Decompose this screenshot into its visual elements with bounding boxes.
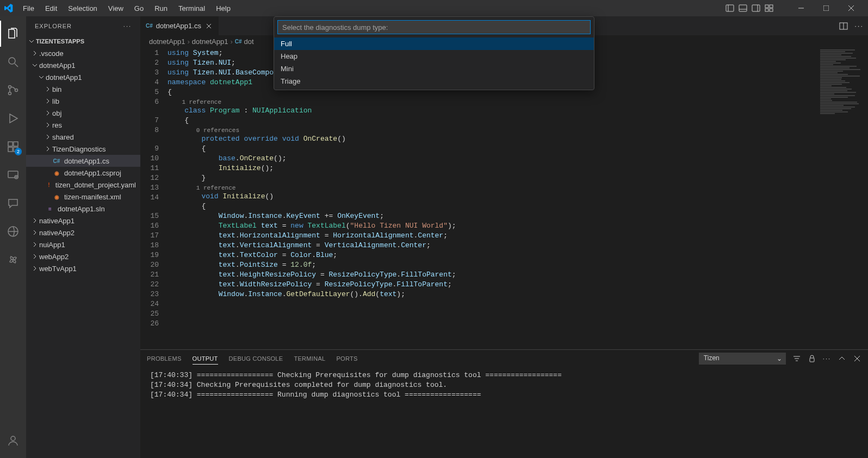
remote-activity[interactable] (0, 162, 26, 188)
quick-input-field[interactable] (277, 20, 591, 34)
search-activity[interactable] (0, 49, 26, 75)
activity-bar: 2 (0, 16, 26, 458)
svg-rect-2 (739, 5, 747, 11)
folder-item[interactable]: nativeApp1 (26, 215, 140, 227)
tree-label: nativeApp2 (39, 229, 75, 237)
svg-rect-11 (823, 5, 829, 11)
folder-item[interactable]: shared (26, 131, 140, 143)
svg-rect-7 (770, 5, 773, 8)
close-panel-icon[interactable] (853, 354, 861, 363)
source-control-activity[interactable] (0, 77, 26, 103)
svg-rect-6 (765, 5, 768, 8)
tizen-chat-activity[interactable] (0, 190, 26, 216)
output-channel-select[interactable]: Tizen ⌄ (699, 353, 786, 365)
extensions-activity[interactable]: 2 (0, 134, 26, 160)
svg-rect-19 (8, 142, 13, 146)
section-label: TIZENTESTAPPS (36, 38, 84, 45)
panel-tab-debug-console[interactable]: DEBUG CONSOLE (229, 353, 283, 364)
folder-item[interactable]: lib (26, 95, 140, 107)
panel-right-icon[interactable] (752, 4, 760, 12)
file-type-icon: C# (52, 156, 61, 165)
sidebar-header: EXPLORER ··· (26, 16, 140, 35)
folder-item[interactable]: TizenDiagnostics (26, 143, 140, 155)
folder-item[interactable]: nativeApp2 (26, 227, 140, 239)
code-editor[interactable]: using System;using Tizen.NUI;using Tizen… (168, 47, 814, 349)
minimize-button[interactable] (789, 0, 814, 16)
folder-item[interactable]: webApp2 (26, 250, 140, 262)
file-item[interactable]: ◉dotnetApp1.csproj (26, 167, 140, 179)
tree-label: bin (52, 85, 61, 93)
output-body[interactable]: [17:40:33] ================== Checking P… (140, 367, 868, 458)
tab-dotnetapp1[interactable]: C# dotnetApp1.cs (140, 16, 219, 35)
folder-item[interactable]: webTvApp1 (26, 262, 140, 274)
quick-option-heap[interactable]: Heap (274, 50, 594, 62)
breadcrumb-item[interactable]: dotnetApp1 (192, 37, 228, 46)
file-item[interactable]: C#dotnetApp1.cs (26, 155, 140, 167)
panel-more-icon[interactable]: ··· (823, 355, 831, 362)
close-button[interactable] (839, 0, 864, 16)
menu-file[interactable]: File (18, 2, 39, 15)
folder-item[interactable]: .vscode (26, 47, 140, 59)
tab-close-icon[interactable] (204, 22, 213, 30)
quick-option-triage[interactable]: Triage (274, 75, 594, 87)
file-item[interactable]: ≡dotnetApp1.sln (26, 203, 140, 215)
menu-bar: FileEditSelectionViewGoRunTerminalHelp (18, 2, 235, 15)
quick-option-mini[interactable]: Mini (274, 62, 594, 75)
svg-rect-35 (810, 358, 814, 362)
chevron-right-icon (32, 217, 38, 224)
file-item[interactable]: !tizen_dotnet_project.yaml (26, 179, 140, 191)
chevron-right-icon (32, 265, 38, 272)
breadcrumb-item[interactable]: dot (244, 37, 254, 46)
maximize-panel-icon[interactable] (838, 354, 846, 363)
svg-point-16 (9, 86, 11, 89)
folder-item[interactable]: dotnetApp1 (26, 71, 140, 83)
svg-rect-9 (770, 9, 773, 11)
menu-go[interactable]: Go (130, 2, 148, 15)
tizen-fan-activity[interactable] (0, 247, 26, 273)
panel-tab-terminal[interactable]: TERMINAL (294, 353, 325, 364)
accounts-activity[interactable] (0, 428, 26, 454)
filter-icon[interactable] (792, 354, 801, 363)
file-type-icon: ◉ (52, 168, 61, 177)
maximize-button[interactable] (814, 0, 839, 16)
folder-item[interactable]: obj (26, 107, 140, 119)
file-type-icon: ≡ (46, 204, 54, 213)
panel-tab-ports[interactable]: PORTS (336, 353, 357, 364)
chevron-down-icon (38, 74, 45, 80)
breadcrumb-item[interactable]: dotnetApp1 (149, 37, 185, 46)
svg-point-27 (11, 436, 15, 441)
panel-left-icon[interactable] (726, 4, 734, 12)
folder-item[interactable]: res (26, 119, 140, 131)
lock-icon[interactable] (808, 354, 816, 363)
panel-bottom-icon[interactable] (739, 4, 747, 12)
tree-label: TizenDiagnostics (52, 145, 106, 153)
folder-item[interactable]: dotnetApp1 (26, 59, 140, 71)
tizen-activity[interactable] (0, 218, 26, 244)
menu-selection[interactable]: Selection (64, 2, 101, 15)
run-debug-activity[interactable] (0, 105, 26, 131)
sidebar-section[interactable]: TIZENTESTAPPS (26, 35, 140, 47)
chevron-right-icon (45, 110, 51, 116)
split-editor-icon[interactable] (839, 22, 848, 30)
panel-tab-output[interactable]: OUTPUT (193, 353, 218, 365)
menu-terminal[interactable]: Terminal (174, 2, 209, 15)
menu-run[interactable]: Run (150, 2, 172, 15)
explorer-activity[interactable] (0, 21, 26, 47)
chevron-down-icon (32, 62, 38, 68)
quick-input-list: FullHeapMiniTriage (274, 37, 594, 90)
file-item[interactable]: ◉tizen-manifest.xml (26, 191, 140, 203)
panel-tab-problems[interactable]: PROBLEMS (147, 353, 182, 364)
editor-more-icon[interactable]: ··· (854, 22, 864, 30)
customize-layout-icon[interactable] (765, 4, 773, 12)
panel-tabs: PROBLEMSOUTPUTDEBUG CONSOLETERMINALPORTS… (140, 350, 868, 367)
folder-item[interactable]: bin (26, 83, 140, 95)
folder-item[interactable]: nuiApp1 (26, 239, 140, 250)
menu-view[interactable]: View (104, 2, 128, 15)
chevron-right-icon (32, 253, 38, 260)
sidebar-more-icon[interactable]: ··· (123, 23, 132, 29)
menu-edit[interactable]: Edit (41, 2, 61, 15)
quick-option-full[interactable]: Full (274, 37, 594, 50)
file-tree: .vscodedotnetApp1dotnetApp1binlibobjress… (26, 47, 140, 274)
menu-help[interactable]: Help (212, 2, 235, 15)
minimap[interactable] (814, 47, 868, 349)
